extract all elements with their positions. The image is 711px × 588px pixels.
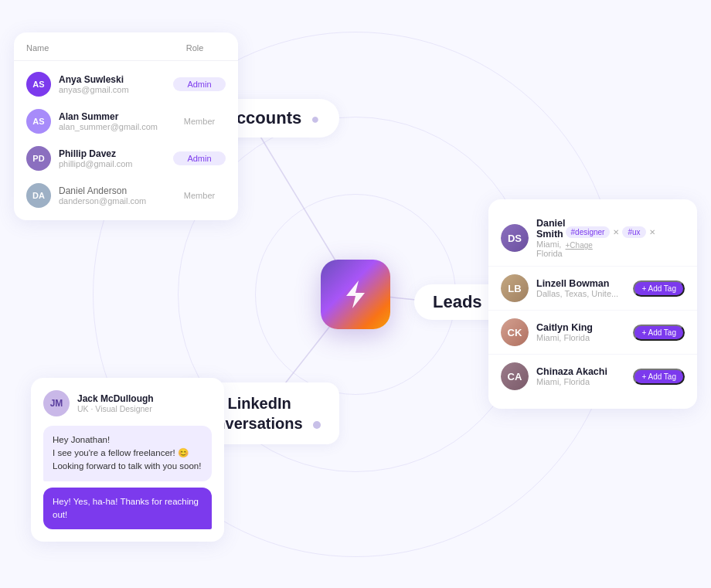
tag: #ux [622, 226, 645, 238]
lead-avatar: CK [501, 318, 529, 346]
leads-card: DS Daniel Smith Miami, Florida #designer… [488, 199, 697, 409]
lead-location: Miami, Florida [536, 333, 633, 342]
account-row: AS Anya Suwleski anyas@gmail.com Admin [14, 66, 238, 103]
linkedin-user-details: Jack McDullough UK · Visual Designer [77, 393, 154, 413]
user-info: Alan Summer alan_summer@gmail.com [59, 111, 173, 131]
lead-row: LB Linzell Bowman Dallas, Texas, Unite..… [488, 267, 697, 311]
user-email: anyas@gmail.com [59, 85, 173, 94]
user-email: phillipd@gmail.com [59, 159, 173, 168]
account-row: AS Alan Summer alan_summer@gmail.com Mem… [14, 103, 238, 140]
account-row: DA Daniel Anderson danderson@gmail.com M… [14, 177, 238, 214]
col-role-header: Role [164, 43, 226, 53]
lead-row: DS Daniel Smith Miami, Florida #designer… [488, 210, 697, 267]
lead-row: CK Caitlyn King Miami, Florida + Add Tag [488, 311, 697, 355]
col-name-header: Name [26, 43, 164, 53]
chat-message-sent: Hey! Yes, ha-ha! Thanks for reaching out… [43, 488, 212, 530]
avatar-img: DS [501, 224, 529, 252]
user-name: Alan Summer [59, 111, 173, 122]
change-button[interactable]: +Chage [566, 241, 593, 250]
user-email: alan_summer@gmail.com [59, 122, 173, 131]
add-tag-button[interactable]: + Add Tag [633, 280, 685, 297]
accounts-card: Name Role AS Anya Suwleski anyas@gmail.c… [14, 32, 238, 220]
avatar-img: CA [501, 362, 529, 390]
avatar: PD [26, 146, 51, 171]
lead-avatar: LB [501, 274, 529, 302]
user-info: Daniel Anderson danderson@gmail.com [59, 185, 173, 206]
accounts-dot: ● [311, 111, 319, 127]
lead-info: Daniel Smith Miami, Florida [536, 218, 566, 258]
avatar: DA [26, 183, 51, 208]
role-badge: Admin [173, 77, 226, 91]
lead-row: CA Chinaza Akachi Miami, Florida + Add T… [488, 355, 697, 398]
user-info: Anya Suwleski anyas@gmail.com [59, 74, 173, 94]
linkedin-avatar: JM [43, 390, 70, 416]
lead-name: Linzell Bowman [536, 278, 633, 289]
user-info: Phillip Davez phillipd@gmail.com [59, 148, 173, 168]
chat-message-received: Hey Jonathan! I see you're a fellow free… [43, 426, 212, 481]
linkedin-user-header: JM Jack McDullough UK · Visual Designer [43, 390, 212, 416]
lead-name: Chinaza Akachi [536, 366, 633, 377]
add-tag-button[interactable]: + Add Tag [633, 369, 685, 385]
role-badge: Member [173, 189, 226, 202]
add-tag-button[interactable]: + Add Tag [633, 325, 685, 341]
lead-name: Daniel Smith [536, 218, 566, 240]
lead-info: Chinaza Akachi Miami, Florida [536, 366, 633, 386]
lead-info: Linzell Bowman Dallas, Texas, Unite... [536, 278, 633, 298]
account-row: PD Phillip Davez phillipd@gmail.com Admi… [14, 140, 238, 177]
accounts-table-header: Name Role [14, 43, 238, 61]
remove-tag-icon[interactable]: ✕ [649, 228, 655, 236]
linkedin-user-name: Jack McDullough [77, 393, 154, 404]
role-badge: Admin [173, 151, 226, 165]
role-badge: Member [173, 114, 226, 128]
avatar: AS [26, 72, 51, 97]
lead-location: Miami, Florida [536, 377, 633, 386]
tag: #designer [566, 226, 611, 238]
lead-info: Caitlyn King Miami, Florida [536, 322, 633, 342]
center-logo [321, 260, 390, 329]
linkedin-card: JM Jack McDullough UK · Visual Designer … [31, 378, 224, 542]
lead-location: Dallas, Texas, Unite... [536, 289, 633, 298]
linkedin-dot [313, 421, 321, 429]
remove-tag-icon[interactable]: ✕ [613, 228, 619, 236]
user-name: Anya Suwleski [59, 74, 173, 85]
avatar-img: LB [501, 274, 529, 302]
user-name: Phillip Davez [59, 148, 173, 159]
user-email: danderson@gmail.com [59, 196, 173, 206]
avatar-img: CK [501, 318, 529, 346]
tag-area: #designer ✕ #ux ✕ +Chage [566, 226, 685, 250]
user-name: Daniel Anderson [59, 185, 173, 196]
lead-avatar: DS [501, 224, 529, 252]
linkedin-user-title: UK · Visual Designer [77, 404, 154, 413]
lead-name: Caitlyn King [536, 322, 633, 333]
lead-location: Miami, Florida [536, 240, 566, 258]
lead-avatar: CA [501, 362, 529, 390]
avatar: AS [26, 109, 51, 134]
